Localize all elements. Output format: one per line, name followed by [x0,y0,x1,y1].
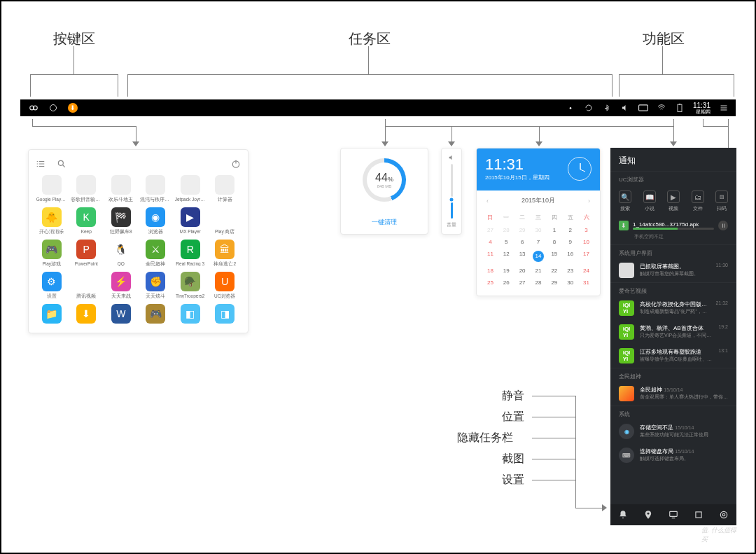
quick-action[interactable]: ⧈扫码 [715,191,728,212]
calendar-day[interactable]: 27 [514,277,531,289]
calendar-day[interactable]: 20 [514,265,531,277]
quick-action[interactable]: ▶视频 [667,191,680,212]
monitor-icon[interactable] [668,509,679,520]
logo-icon[interactable] [29,103,38,113]
calendar-day[interactable]: 15 [546,248,562,265]
bluetooth-icon[interactable] [602,103,612,113]
calendar-day[interactable]: 10 [578,236,594,248]
calendar-day[interactable]: 4 [482,236,498,248]
calendar-day[interactable]: 28 [498,224,514,236]
calendar-day[interactable]: 30 [531,224,547,236]
calendar-day[interactable]: 1 [546,224,562,236]
calendar-day[interactable]: 18 [482,265,498,277]
bell-icon[interactable] [617,509,629,520]
app-item[interactable]: ◧ [174,304,206,326]
next-month-button[interactable]: › [588,198,590,205]
keyboard-notification[interactable]: ⌨ 选择键盘布局 15/10/14 触摸可选择键盘布局。 [610,443,736,467]
memory-ring[interactable]: 44% 848 MB [363,158,406,202]
calendar-day[interactable]: 30 [562,277,578,289]
app-item[interactable]: KKeep [71,207,103,235]
refresh-icon[interactable] [584,103,594,113]
app-item[interactable]: RReal Racing 3 [174,240,206,268]
app-item[interactable]: 📁 [36,304,68,326]
download-pause-icon[interactable]: ⏸ [718,221,728,230]
app-item[interactable]: 🏛神庙逃亡2 [209,240,241,268]
app-item[interactable]: Google Play服务 [36,175,68,203]
circle-icon[interactable] [48,103,58,113]
one-click-clean-button[interactable]: 一键清理 [372,218,397,227]
crop-icon[interactable] [693,509,704,520]
location-icon[interactable] [643,509,654,520]
calendar-day[interactable]: 23 [562,265,578,277]
app-item[interactable]: ▶Play 商店 [209,207,241,235]
iqiyi-notification[interactable]: iQIYI 高校化学教授化身中国版绝命…制造成瘾新型毒品"丧尸药"，吸食后可致幻… [610,296,736,320]
calendar-day[interactable]: 6 [514,236,531,248]
app-item[interactable]: UUC浏览器 [209,272,241,300]
game-notification[interactable]: 全民超神 15/10/14 黄金双周赛：单人赛火热进行中，带你体验… [610,382,736,406]
app-item[interactable]: ⚔全民超神 [140,240,172,268]
app-item[interactable]: 欢乐斗地主 [105,175,137,203]
app-item[interactable]: 计算器 [209,175,241,203]
search-icon[interactable] [57,159,66,169]
calendar-day[interactable]: 29 [546,277,562,289]
calendar-day[interactable]: 16 [562,248,578,265]
app-item[interactable]: ⚙设置 [36,272,68,300]
quick-action[interactable]: 🗂文件 [692,191,704,212]
calendar-day[interactable]: 13 [514,248,531,265]
calendar-day[interactable]: 21 [531,265,547,277]
app-item[interactable]: ⚡天天来战 [105,272,137,300]
app-item[interactable]: ⬇ [71,304,103,326]
calendar-day[interactable]: 17 [578,248,594,265]
app-item[interactable]: 谷歌拼音输入法 [71,175,103,203]
calendar-day[interactable]: 12 [498,248,514,265]
calendar-day[interactable]: 9 [562,236,578,248]
app-item[interactable]: 🪖TinyTroopers2 [174,272,206,300]
app-item[interactable]: W [105,304,137,326]
calendar-day[interactable]: 3 [578,224,594,236]
calendar-day[interactable]: 31 [578,277,594,289]
quick-action[interactable]: 📖小说 [643,191,656,212]
calendar-day[interactable]: 19 [498,265,514,277]
app-item[interactable]: Jetpack Joyride [174,175,206,203]
app-item[interactable]: 🏁狂野飙车8 [105,207,137,235]
wifi-icon[interactable] [657,103,666,113]
app-item[interactable]: 🎮Play游戏 [36,240,68,268]
volume-slider[interactable] [451,164,453,219]
iqiyi-notification[interactable]: iQIYI 江苏多地现有毒塑胶跑道被曝导致学生高C症鼻血呕吐、植物枯萎，专家称严… [610,344,736,368]
calendar-day[interactable]: 7 [531,236,547,248]
dot-icon[interactable]: • [566,103,575,113]
menu-icon[interactable] [719,103,729,113]
calendar-day[interactable]: 2 [562,224,578,236]
screenshot-notification[interactable]: 已抓取屏幕截图。 触摸可查看您的屏幕截图。 11:30 [610,258,736,282]
iqiyi-notification[interactable]: iQIYI 黄渤、杨洋、AB首度合体只为爱奇艺VIP会员撕逼，不同时代三位大咖玩… [610,320,736,344]
calendar-day[interactable]: 26 [498,277,514,289]
app-item[interactable]: ✊天天炫斗 [140,272,172,300]
calendar-day[interactable]: 28 [531,277,547,289]
calendar-day[interactable]: 14 [531,248,547,265]
app-item[interactable]: 🐧QQ [105,240,137,268]
download-indicator-icon[interactable]: ⬇ [68,103,78,113]
list-icon[interactable] [36,159,46,169]
app-item[interactable]: 🎮 [140,304,172,326]
battery-icon[interactable] [675,103,685,113]
app-item[interactable]: 🐥开心消消乐 [36,207,68,235]
app-item[interactable]: 混沌与秩序Onl… [140,175,172,203]
settings-gear-icon[interactable] [718,509,729,520]
calendar-day[interactable]: 24 [578,265,594,277]
quick-action[interactable]: 🔍搜索 [619,191,631,212]
storage-notification[interactable]: ◉ 存储空间不足 15/10/14 某些系统功能可能无法正常使用 [610,420,736,443]
calendar-day[interactable]: 22 [546,265,562,277]
app-item[interactable]: ◉浏览器 [140,207,172,235]
taskbar-clock[interactable]: 11:31 星期四 [693,102,710,114]
app-item[interactable]: ▶MX Player [174,207,206,235]
app-item[interactable]: ▶腾讯视频 [71,272,103,300]
volume-icon[interactable] [620,103,630,113]
app-item[interactable]: ◨ [209,304,241,326]
calendar-day[interactable]: 5 [498,236,514,248]
calendar-day[interactable]: 8 [546,236,562,248]
power-icon[interactable] [231,159,241,169]
app-item[interactable]: PPowerPoint [71,240,103,268]
calendar-day[interactable]: 11 [482,248,498,265]
calendar-day[interactable]: 29 [514,224,531,236]
prev-month-button[interactable]: ‹ [486,198,489,205]
